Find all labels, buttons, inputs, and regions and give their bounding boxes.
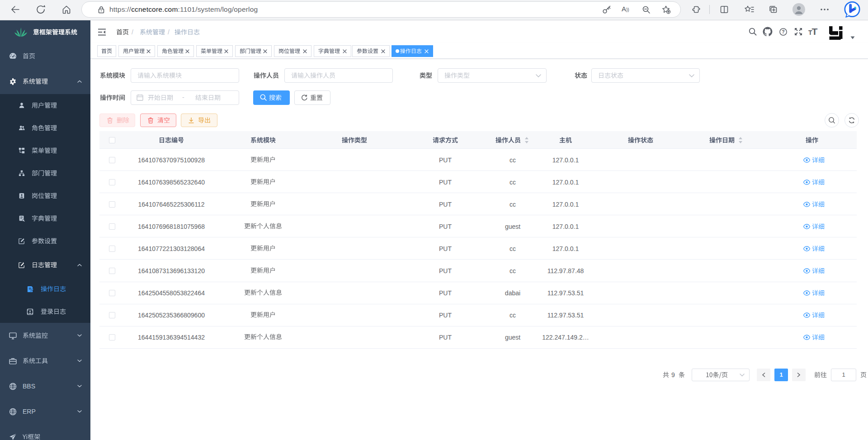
svg-text:?: ? <box>782 29 784 34</box>
